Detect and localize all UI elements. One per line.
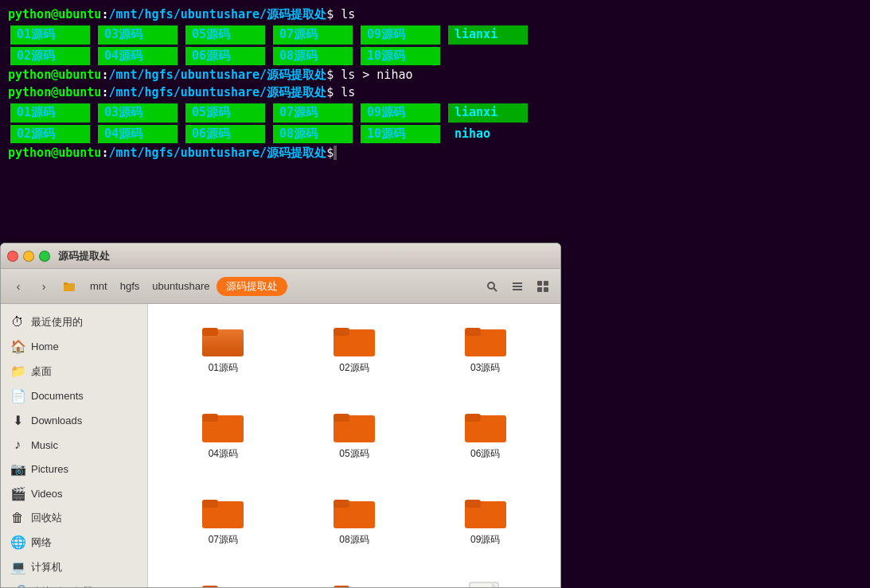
file-item-04yuanma[interactable]: 04源码 — [161, 403, 286, 482]
toolbar: ‹ › mnt hgfs ubuntushare 源码提取处 — [1, 269, 560, 304]
file-label: 02源码 — [339, 361, 369, 375]
content-area: ⏱ 最近使用的 🏠 Home 📁 桌面 📄 Documents ⬇ Downlo… — [1, 304, 560, 587]
term-file-nihao: nihao — [448, 125, 528, 144]
svg-line-4 — [494, 288, 497, 291]
file-item-06yuanma[interactable]: 06源码 — [423, 403, 548, 482]
sidebar-item-downloads[interactable]: ⬇ Downloads — [1, 408, 147, 433]
term-file: 01源码 — [10, 25, 90, 45]
sidebar-item-computer[interactable]: 💻 计算机 — [1, 555, 147, 579]
sidebar-item-videos[interactable]: 🎬 Videos — [1, 481, 147, 506]
sidebar-label-recent: 最近使用的 — [31, 315, 83, 329]
music-icon: ♪ — [10, 438, 25, 452]
sidebar-item-documents[interactable]: 📄 Documents — [1, 384, 147, 408]
sidebar-label-desktop: 桌面 — [31, 364, 52, 379]
file-item-09yuanma[interactable]: 09源码 — [423, 489, 548, 568]
file-item-08yuanma[interactable]: 08源码 — [292, 489, 417, 568]
folder-icon — [465, 495, 506, 530]
svg-point-3 — [488, 282, 494, 289]
svg-rect-5 — [513, 282, 522, 284]
sidebar-item-connect[interactable]: 🔗 连接到服务器 — [1, 579, 147, 587]
grid-view-button[interactable] — [532, 275, 554, 298]
file-label: 03源码 — [470, 361, 500, 375]
term-file: 02源码 — [10, 47, 90, 66]
minimize-button[interactable] — [23, 251, 34, 262]
recent-icon: ⏱ — [10, 315, 25, 329]
svg-rect-24 — [465, 414, 481, 422]
documents-icon: 📄 — [10, 388, 25, 403]
term-files-row1: 01源码 03源码 05源码 07源码 09源码 lianxi — [8, 25, 862, 45]
file-grid: 01源码 02源码 03源码 — [148, 304, 560, 587]
search-button[interactable] — [481, 275, 503, 298]
desktop-icon: 📁 — [10, 364, 25, 379]
breadcrumb-ubuntushare[interactable]: ubuntushare — [146, 278, 216, 294]
folder-icon — [334, 323, 375, 358]
svg-rect-22 — [334, 414, 349, 422]
sidebar-item-pictures[interactable]: 📷 Pictures — [1, 457, 147, 481]
term-file: 09源码 — [361, 25, 440, 45]
sidebar-label-documents: Documents — [31, 390, 84, 402]
toolbar-right — [481, 275, 554, 298]
file-item-10yuanma[interactable]: 10源码 — [161, 574, 286, 587]
document-icon — [468, 581, 503, 587]
window-controls — [7, 251, 50, 262]
svg-rect-7 — [513, 289, 522, 290]
file-item-02yuanma[interactable]: 02源码 — [292, 317, 417, 396]
file-item-05yuanma[interactable]: 05源码 — [292, 403, 417, 482]
parent-folder-button[interactable] — [58, 275, 80, 298]
sidebar-item-desktop[interactable]: 📁 桌面 — [1, 359, 147, 384]
term-file: 06源码 — [185, 47, 265, 66]
folder-icon — [334, 495, 375, 530]
sidebar-label-pictures: Pictures — [31, 463, 68, 475]
sidebar-item-trash[interactable]: 🗑 回收站 — [1, 506, 147, 530]
forward-button[interactable]: › — [33, 275, 55, 298]
sidebar-label-music: Music — [31, 439, 58, 451]
back-button[interactable]: ‹ — [7, 275, 29, 298]
terminal-line-2: python@ubuntu:/mnt/hgfs/ubuntushare/源码提取… — [8, 67, 862, 84]
term-files-row2: 02源码 04源码 06源码 08源码 10源码 — [8, 46, 862, 67]
folder-icon — [465, 409, 506, 444]
folder-icon — [334, 409, 375, 444]
term-file-lianxi: lianxi — [448, 25, 528, 45]
downloads-icon: ⬇ — [10, 413, 25, 428]
terminal: python@ubuntu:/mnt/hgfs/ubuntushare/源码提取… — [0, 0, 870, 243]
sidebar-label-computer: 计算机 — [31, 560, 62, 574]
file-label: 08源码 — [339, 533, 369, 547]
trash-icon: 🗑 — [10, 511, 25, 525]
svg-rect-8 — [537, 281, 542, 286]
dark-area — [561, 243, 870, 588]
sidebar-label-home: Home — [31, 341, 59, 352]
file-item-07yuanma[interactable]: 07源码 — [161, 489, 286, 568]
file-item-01yuanma[interactable]: 01源码 — [161, 317, 286, 396]
file-item-lianxi[interactable]: lianxi — [292, 574, 417, 587]
sidebar-item-music[interactable]: ♪ Music — [1, 433, 147, 457]
file-item-nihao[interactable]: nihao — [423, 574, 548, 587]
term-file: 07源码 — [273, 25, 353, 45]
videos-icon: 🎬 — [10, 486, 25, 501]
list-view-button[interactable] — [506, 275, 529, 298]
breadcrumb-hgfs[interactable]: hgfs — [114, 278, 146, 294]
sidebar-item-network[interactable]: 🌐 网络 — [1, 530, 147, 555]
sidebar-item-home[interactable]: 🏠 Home — [1, 334, 147, 359]
term-user: python@ubuntu — [8, 7, 101, 21]
file-item-03yuanma[interactable]: 03源码 — [423, 317, 548, 396]
terminal-line-1: python@ubuntu:/mnt/hgfs/ubuntushare/源码提取… — [8, 6, 862, 24]
svg-rect-9 — [544, 281, 548, 286]
terminal-line-3: python@ubuntu:/mnt/hgfs/ubuntushare/源码提取… — [8, 84, 862, 102]
breadcrumb-mnt[interactable]: mnt — [84, 278, 114, 294]
maximize-button[interactable] — [39, 251, 50, 262]
close-button[interactable] — [7, 251, 18, 262]
svg-rect-18 — [465, 328, 481, 336]
folder-icon — [202, 409, 244, 444]
term-file: 08源码 — [273, 47, 353, 66]
sidebar-label-network: 网络 — [31, 535, 52, 550]
folder-icon — [465, 323, 506, 358]
sidebar: ⏱ 最近使用的 🏠 Home 📁 桌面 📄 Documents ⬇ Downlo… — [1, 304, 148, 587]
term-file: 05源码 — [185, 25, 265, 45]
svg-rect-2 — [64, 282, 68, 285]
file-label: 05源码 — [339, 447, 369, 461]
sidebar-item-recent[interactable]: ⏱ 最近使用的 — [1, 310, 147, 334]
file-label: 07源码 — [209, 533, 238, 547]
breadcrumb-current[interactable]: 源码提取处 — [217, 277, 287, 296]
svg-rect-32 — [202, 586, 218, 587]
sidebar-label-connect: 连接到服务器 — [31, 585, 93, 588]
